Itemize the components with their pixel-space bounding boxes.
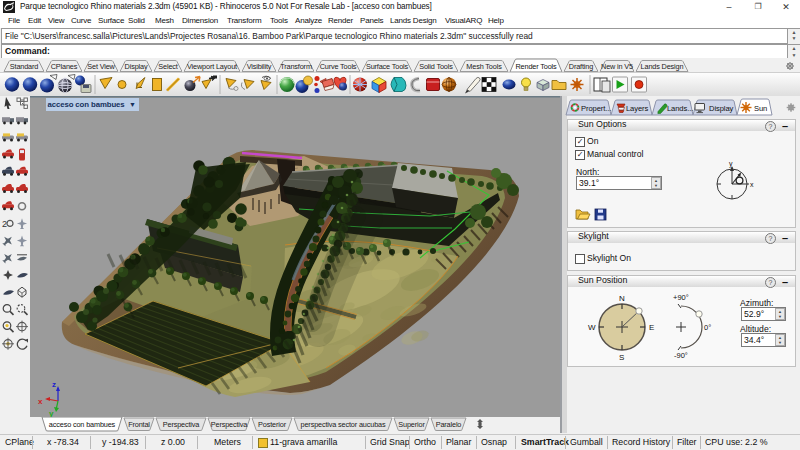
svg-text:Display: Display <box>125 62 148 71</box>
svg-text:+90°: +90° <box>673 293 689 302</box>
svg-text:Mesh Tools: Mesh Tools <box>466 62 502 71</box>
svg-text:New in V5: New in V5 <box>601 62 633 71</box>
svg-text:Layers: Layers <box>626 104 648 113</box>
svg-text:x: x <box>750 181 754 188</box>
svg-text:Lands Design: Lands Design <box>641 62 684 71</box>
svg-text:S: S <box>619 353 624 362</box>
svg-text:z: z <box>52 380 56 389</box>
svg-text:Propert...: Propert... <box>581 104 611 113</box>
svg-text:Posterior: Posterior <box>258 420 287 429</box>
svg-text:acceso con bambues: acceso con bambues <box>49 420 116 429</box>
svg-text:Sun: Sun <box>754 104 767 113</box>
svg-text:W: W <box>588 323 596 332</box>
svg-text:y: y <box>729 160 733 168</box>
svg-text:E: E <box>649 323 654 332</box>
svg-text:Visibility: Visibility <box>247 62 272 71</box>
svg-text:Superior: Superior <box>398 420 425 429</box>
svg-text:0°: 0° <box>704 323 711 332</box>
svg-text:Set View: Set View <box>87 62 115 71</box>
svg-text:Viewport Layout: Viewport Layout <box>187 62 237 71</box>
svg-text:Select: Select <box>158 62 178 71</box>
svg-text:Curve Tools: Curve Tools <box>320 62 357 71</box>
svg-text:CPlanes: CPlanes <box>51 62 78 71</box>
svg-text:Transform: Transform <box>280 62 312 71</box>
svg-text:Lands...: Lands... <box>667 104 693 113</box>
svg-text:Render Tools: Render Tools <box>515 62 557 71</box>
svg-text:Perspectiva: Perspectiva <box>211 420 249 429</box>
svg-text:perspectiva sector aucubas: perspectiva sector aucubas <box>301 420 386 429</box>
svg-text:Perspectiva: Perspectiva <box>163 420 201 429</box>
svg-text:y: y <box>49 409 54 417</box>
svg-text:Surface Tools: Surface Tools <box>366 62 409 71</box>
svg-text:Drafting: Drafting <box>569 62 593 71</box>
svg-text:-90°: -90° <box>674 351 688 360</box>
svg-text:Standard: Standard <box>10 62 39 71</box>
svg-text:Frontal: Frontal <box>128 420 150 429</box>
svg-text:x: x <box>38 397 43 406</box>
svg-text:Solid Tools: Solid Tools <box>419 62 453 71</box>
svg-text:Paralelo: Paralelo <box>436 420 462 429</box>
svg-text:2: 2 <box>2 219 7 229</box>
svg-text:Display: Display <box>709 104 734 113</box>
svg-text:N: N <box>619 294 625 303</box>
